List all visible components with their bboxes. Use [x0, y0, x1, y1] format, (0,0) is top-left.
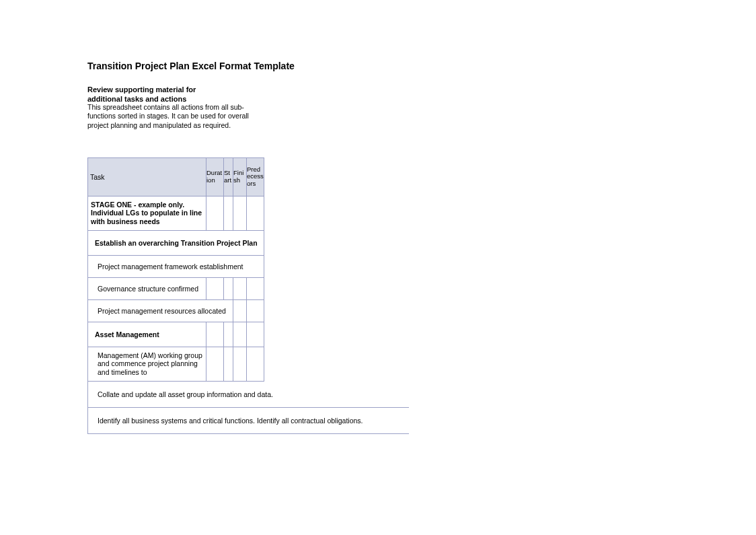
empty-cell	[247, 347, 264, 381]
empty-cell	[233, 196, 247, 230]
description-text: This spreadsheet contains all actions fr…	[87, 103, 256, 131]
task-row-collate: Collate and update all asset group infor…	[88, 382, 410, 408]
group-row-asset: Asset Management	[88, 322, 264, 347]
task-row-pmf: Project management framework establishme…	[88, 255, 264, 277]
task-res: Project management resources allocated	[88, 299, 233, 322]
empty-cell	[233, 347, 247, 381]
task-pmf: Project management framework establishme…	[88, 255, 264, 277]
task-row-am-sub: Management (AM) working group and commen…	[88, 347, 264, 381]
header-start: Start	[224, 157, 233, 196]
empty-cell	[224, 277, 233, 299]
stage-cell: STAGE ONE - example only. Individual LGs…	[88, 196, 206, 230]
wide-rows: Collate and update all asset group infor…	[87, 382, 409, 434]
header-task: Task	[88, 157, 206, 196]
plan-table: Task Duration Start Finish Predecessors …	[87, 157, 264, 382]
empty-cell	[233, 299, 247, 322]
empty-cell	[247, 196, 264, 230]
task-row-identify: Identify all business systems and critic…	[88, 407, 410, 433]
empty-cell	[247, 322, 264, 347]
task-row-res: Project management resources allocated	[88, 299, 264, 322]
page-title: Transition Project Plan Excel Format Tem…	[87, 61, 756, 71]
task-am-sub: Management (AM) working group and commen…	[88, 347, 206, 381]
empty-cell	[233, 322, 247, 347]
task-row-gov: Governance structure confirmed	[88, 277, 264, 299]
header-finish: Finish	[233, 157, 247, 196]
subtitle: Review supporting material for additiona…	[87, 85, 202, 104]
empty-cell	[206, 322, 224, 347]
document-page: Transition Project Plan Excel Format Tem…	[0, 0, 756, 434]
header-row: Task Duration Start Finish Predecessors	[88, 157, 264, 196]
header-predecessors: Predecessors	[247, 157, 264, 196]
empty-cell	[224, 347, 233, 381]
group-asset: Asset Management	[88, 322, 206, 347]
task-collate: Collate and update all asset group infor…	[88, 382, 410, 408]
empty-cell	[247, 277, 264, 299]
header-duration: Duration	[206, 157, 224, 196]
empty-cell	[247, 299, 264, 322]
group-establish: Establish an overarching Transition Proj…	[88, 230, 264, 255]
empty-cell	[224, 196, 233, 230]
task-identify: Identify all business systems and critic…	[88, 407, 410, 433]
task-gov: Governance structure confirmed	[88, 277, 206, 299]
group-row-establish: Establish an overarching Transition Proj…	[88, 230, 264, 255]
empty-cell	[206, 277, 224, 299]
empty-cell	[206, 347, 224, 381]
empty-cell	[206, 196, 224, 230]
empty-cell	[233, 277, 247, 299]
empty-cell	[224, 322, 233, 347]
stage-row: STAGE ONE - example only. Individual LGs…	[88, 196, 264, 230]
